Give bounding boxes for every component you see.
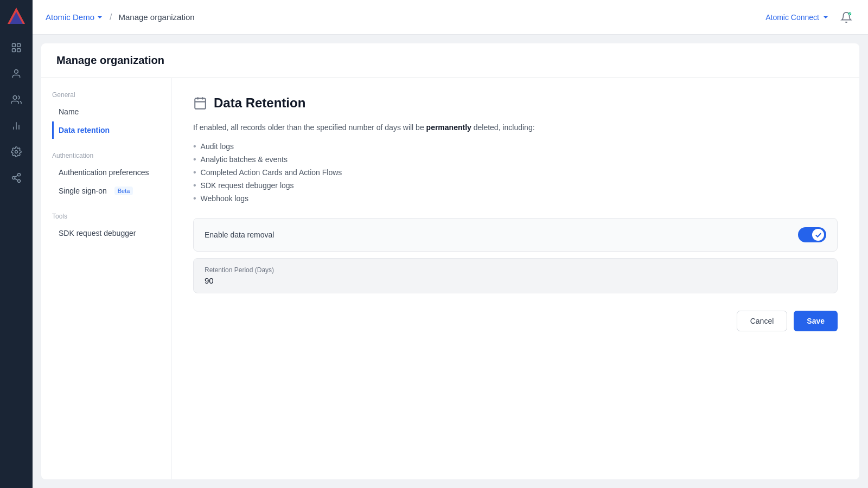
- bullet-audit-logs: Audit logs: [193, 140, 838, 153]
- topbar-right: Atomic Connect: [765, 9, 855, 26]
- org-name: Atomic Demo: [46, 12, 94, 22]
- nav-section-label-general: General: [52, 91, 160, 99]
- page-body: General Name Data retention Authenticati…: [41, 78, 859, 479]
- save-button[interactable]: Save: [794, 311, 838, 331]
- checkmark-icon: [815, 232, 822, 239]
- bullet-sdk-logs: SDK request debugger logs: [193, 179, 838, 192]
- svg-line-16: [15, 175, 18, 177]
- nav-settings-icon[interactable]: [7, 142, 26, 162]
- nav-section-auth: Authentication Authentication preference…: [52, 152, 160, 200]
- svg-line-15: [15, 178, 18, 180]
- nav-item-data-retention[interactable]: Data retention: [52, 121, 160, 139]
- nav-chart-icon[interactable]: [7, 116, 26, 136]
- toggle-knob: [812, 229, 824, 241]
- org-chevron-icon: [97, 14, 103, 21]
- topbar-left: Atomic Demo / Manage organization: [46, 12, 765, 22]
- svg-rect-2: [12, 44, 16, 47]
- cancel-button[interactable]: Cancel: [737, 311, 788, 331]
- nav-item-sdk-debugger[interactable]: SDK request debugger: [52, 224, 160, 242]
- bullets-list: Audit logs Analytic batches & events Com…: [193, 140, 838, 205]
- svg-point-12: [18, 174, 21, 176]
- svg-rect-18: [195, 98, 206, 109]
- svg-point-6: [15, 70, 18, 74]
- nav-connect-icon[interactable]: [7, 168, 26, 188]
- nav-item-sso[interactable]: Single sign-on Beta: [52, 182, 160, 200]
- nav-item-name[interactable]: Name: [52, 103, 160, 120]
- connect-chevron-icon: [822, 14, 829, 21]
- retention-period-label: Retention Period (Days): [205, 266, 826, 274]
- sidebar: [0, 0, 33, 488]
- retention-period-field[interactable]: Retention Period (Days) 90: [193, 258, 838, 293]
- enable-data-removal-toggle[interactable]: [798, 227, 826, 242]
- svg-point-14: [18, 179, 21, 182]
- svg-point-13: [12, 177, 15, 179]
- section-title: Data Retention: [193, 95, 838, 111]
- svg-point-7: [13, 96, 17, 100]
- description-bold: permanently: [426, 123, 471, 132]
- bullet-analytic: Analytic batches & events: [193, 153, 838, 166]
- nav-user-icon[interactable]: [7, 64, 26, 84]
- svg-point-11: [15, 151, 18, 153]
- breadcrumb-separator: /: [110, 12, 112, 22]
- beta-badge: Beta: [114, 187, 133, 195]
- enable-data-removal-row: Enable data removal: [193, 218, 838, 252]
- left-nav: General Name Data retention Authenticati…: [41, 78, 171, 479]
- atomic-connect-label: Atomic Connect: [765, 13, 819, 22]
- page-header: Manage organization: [41, 43, 859, 78]
- nav-item-auth-prefs[interactable]: Authentication preferences: [52, 164, 160, 181]
- app-logo[interactable]: [7, 7, 26, 26]
- nav-section-label-tools: Tools: [52, 213, 160, 220]
- org-selector[interactable]: Atomic Demo: [46, 12, 103, 22]
- topbar: Atomic Demo / Manage organization Atomic…: [33, 0, 868, 35]
- toggle-label: Enable data removal: [205, 230, 274, 239]
- bullet-action-cards: Completed Action Cards and Action Flows: [193, 166, 838, 179]
- retention-period-value: 90: [205, 276, 826, 285]
- nav-grid-icon[interactable]: [7, 38, 26, 57]
- bullet-webhook: Webhook logs: [193, 192, 838, 205]
- atomic-connect-button[interactable]: Atomic Connect: [765, 13, 829, 22]
- svg-rect-4: [12, 49, 16, 52]
- svg-rect-5: [17, 49, 21, 52]
- svg-rect-3: [17, 44, 21, 47]
- nav-group-icon[interactable]: [7, 90, 26, 110]
- notifications-button[interactable]: [838, 9, 855, 26]
- data-retention-title: Data Retention: [214, 95, 305, 111]
- action-buttons: Cancel Save: [193, 311, 838, 331]
- nav-section-general: General Name Data retention: [52, 91, 160, 139]
- description-part2: deleted, including:: [471, 123, 535, 132]
- nav-section-tools: Tools SDK request debugger: [52, 213, 160, 242]
- description-text: If enabled, all records older than the s…: [193, 121, 838, 133]
- content-area: Manage organization General Name Data re…: [41, 43, 859, 479]
- main-wrapper: Atomic Demo / Manage organization Atomic…: [33, 0, 868, 488]
- breadcrumb-page: Manage organization: [118, 12, 194, 22]
- nav-section-label-auth: Authentication: [52, 152, 160, 159]
- calendar-icon: [193, 96, 207, 110]
- page-title: Manage organization: [56, 54, 844, 67]
- description-part1: If enabled, all records older than the s…: [193, 123, 426, 132]
- right-content: Data Retention If enabled, all records o…: [171, 78, 859, 479]
